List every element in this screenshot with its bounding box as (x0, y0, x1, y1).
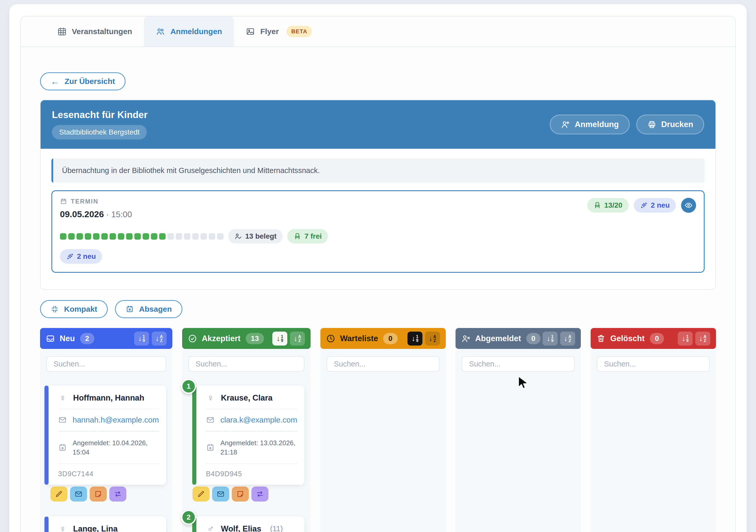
sort-numeric-glyphs: 19 (686, 335, 688, 342)
new-count-badge-label: 2 neu (77, 252, 96, 261)
chair-icon (593, 201, 601, 209)
capacity-dot (192, 233, 199, 240)
sort-alpha-button[interactable]: ↓AZ (152, 332, 167, 346)
column-neu-search-input[interactable] (46, 356, 166, 372)
move-button[interactable] (252, 487, 268, 501)
sort-alpha-glyphs: AZ (433, 335, 436, 342)
back-button-label: Zur Übersicht (65, 77, 115, 86)
sort-alpha-icon: ↓ (294, 335, 297, 342)
sort-alpha-button[interactable]: ↓AZ (290, 332, 305, 346)
capacity-dot (209, 233, 215, 240)
capacity-dot (151, 233, 157, 240)
cancel-dates-button[interactable]: Absagen (115, 300, 182, 318)
termin-label: TERMIN (71, 198, 98, 205)
registrant-email-link[interactable]: clara.k@example.com (220, 415, 297, 424)
event-header: Lesenacht für Kinder Stadtbibliothek Ber… (40, 100, 716, 149)
register-button[interactable]: Anmeldung (550, 115, 630, 134)
sort-numeric-button[interactable]: ↓19 (134, 332, 149, 346)
sort-numeric-button[interactable]: ↓19 (543, 332, 557, 346)
capacity-dot (217, 233, 224, 240)
capacity-row: 13 belegt 7 frei (60, 229, 696, 244)
edit-button[interactable] (193, 487, 209, 501)
user-plus-icon (561, 120, 570, 129)
compact-button[interactable]: Kompakt (40, 300, 108, 318)
printer-icon (647, 120, 657, 129)
sort-numeric-glyphs: 19 (416, 335, 418, 342)
chair-icon (293, 232, 301, 240)
column-warteliste-header: Warteliste 0 ↓19 ↓AZ (320, 328, 446, 349)
registrant-age: (11) (270, 524, 283, 532)
calendar-icon (60, 198, 67, 205)
tab-veranstaltungen[interactable]: Veranstaltungen (45, 16, 144, 46)
sort-numeric-button[interactable]: ↓19 (272, 332, 287, 346)
back-to-overview-button[interactable]: ← Zur Übersicht (40, 72, 125, 91)
pencil-icon (55, 490, 63, 498)
capacity-dot (110, 233, 116, 240)
capacity-dot (184, 233, 190, 240)
capacity-dot (167, 233, 174, 240)
registration-card-lange[interactable]: ♀Lange, Lina lina.l@example.com (46, 517, 166, 532)
envelope-icon (74, 490, 83, 498)
tab-label: Flyer (260, 27, 279, 36)
sparkles-icon (66, 253, 74, 260)
new-badge-label: 2 neu (651, 201, 670, 209)
termin-time: 15:00 (111, 210, 132, 219)
registrant-name: Krause, Clara (221, 393, 273, 403)
pencil-icon (197, 490, 205, 498)
registrant-email-link[interactable]: hannah.h@example.com (72, 415, 159, 424)
email-button[interactable] (70, 487, 87, 501)
registration-cardwrap: ♀Lange, Lina lina.l@example.com (46, 517, 166, 532)
registrant-name: Wolf, Elias (221, 524, 261, 532)
column-geloescht-search-input[interactable] (597, 356, 710, 372)
position-badge: 2 (181, 510, 196, 525)
note-icon (94, 490, 102, 498)
termin-label-row: TERMIN (60, 198, 132, 205)
female-icon: ♀ (206, 393, 215, 403)
print-button[interactable]: Drucken (636, 115, 704, 134)
move-button[interactable] (109, 487, 126, 501)
column-title: Neu (60, 334, 75, 343)
event-card: Lesenacht für Kinder Stadtbibliothek Ber… (40, 100, 716, 290)
column-warteliste-search-input[interactable] (327, 356, 440, 372)
occupied-badge-label: 13 belegt (245, 232, 277, 240)
capacity-dot (101, 233, 108, 240)
tab-anmeldungen[interactable]: Anmeldungen (144, 16, 234, 46)
content: ← Zur Übersicht Lesenacht für Kinder Sta… (21, 72, 735, 532)
sort-alpha-glyphs: AZ (704, 335, 707, 342)
column-akzeptiert-header: Akzeptiert 13 ↓19 ↓AZ (182, 328, 310, 349)
position-badge: 1 (181, 379, 196, 394)
sort-alpha-button[interactable]: ↓AZ (425, 332, 440, 346)
sort-alpha-button[interactable]: ↓AZ (695, 332, 710, 346)
sort-numeric-button[interactable]: ↓19 (678, 332, 693, 346)
column-akzeptiert-search-input[interactable] (188, 356, 304, 372)
registration-card-hoffmann[interactable]: ♀Hoffmann, Hannah hannah.h@example.com A… (46, 386, 166, 485)
user-x-icon (461, 334, 471, 343)
termin-card[interactable]: TERMIN 09.05.2026 · 15:00 13/20 (51, 190, 705, 273)
beta-badge: BETA (286, 26, 312, 37)
tab-flyer[interactable]: Flyer BETA (234, 16, 324, 46)
sort-numeric-glyphs: 19 (143, 335, 145, 342)
registration-card-krause[interactable]: ♀Krause, Clara clara.k@example.com Angem… (194, 386, 304, 485)
capacity-badge: 13/20 (587, 198, 629, 213)
sort-alpha-glyphs: AZ (160, 335, 163, 342)
registration-card-wolf[interactable]: ♂Wolf, Elias(11) Stefan Wolf (194, 517, 304, 532)
sort-numeric-button[interactable]: ↓19 (407, 332, 422, 346)
page: Veranstaltungen Anmeldungen Flyer BETA ←… (0, 0, 756, 532)
email-button[interactable] (212, 487, 229, 501)
termin-separator: · (106, 210, 109, 219)
capacity-dot (76, 233, 83, 240)
sort-alpha-icon: ↓ (155, 335, 159, 342)
capacity-dot (143, 233, 149, 240)
back-arrow-icon: ← (51, 77, 59, 86)
note-button[interactable] (90, 487, 107, 501)
view-termin-button[interactable] (681, 198, 696, 213)
column-abgemeldet-search-input[interactable] (462, 356, 575, 372)
sort-numeric-icon: ↓ (547, 335, 550, 342)
note-button[interactable] (232, 487, 249, 501)
sort-numeric-icon: ↓ (138, 335, 142, 342)
sort-alpha-button[interactable]: ↓AZ (560, 332, 575, 346)
column-abgemeldet: Abgemeldet 0 ↓19 ↓AZ (455, 328, 581, 532)
edit-button[interactable] (50, 487, 68, 501)
event-location-badge: Stadtbibliothek Bergstedt (52, 125, 147, 140)
tab-label: Anmeldungen (170, 27, 222, 36)
